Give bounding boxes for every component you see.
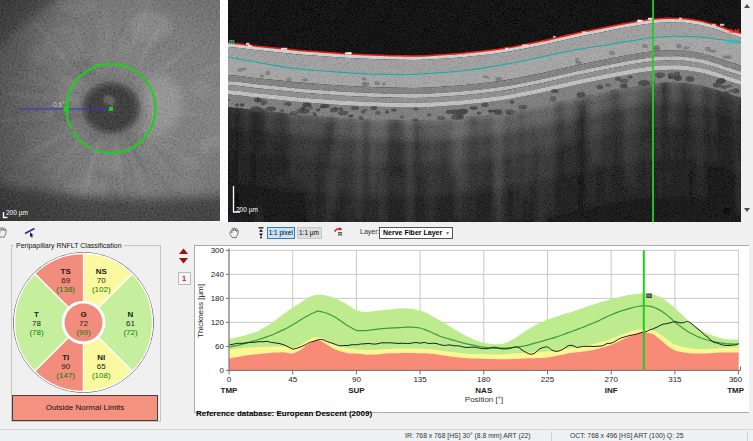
svg-text:60: 60: [215, 342, 224, 351]
svg-text:135: 135: [413, 375, 427, 384]
svg-text:315: 315: [668, 375, 682, 384]
svg-text:120: 120: [211, 318, 225, 327]
svg-text:NAS: NAS: [475, 386, 493, 395]
svg-text:Thickness [µm]: Thickness [µm]: [196, 284, 205, 338]
svg-text:TMP: TMP: [221, 386, 239, 395]
svg-text:240: 240: [211, 270, 225, 279]
svg-text:90: 90: [352, 375, 361, 384]
svg-text:180: 180: [477, 375, 491, 384]
svg-text:225: 225: [541, 375, 555, 384]
svg-text:360: 360: [729, 375, 743, 384]
svg-text:300: 300: [211, 246, 225, 255]
svg-text:SUP: SUP: [348, 386, 365, 395]
svg-text:0: 0: [220, 366, 225, 375]
svg-text:45: 45: [288, 375, 297, 384]
svg-text:270: 270: [605, 375, 619, 384]
svg-text:180: 180: [211, 294, 225, 303]
svg-text:TMP: TMP: [727, 386, 745, 395]
svg-text:0: 0: [227, 375, 232, 384]
svg-text:Position [°]: Position [°]: [465, 395, 503, 404]
svg-text:INF: INF: [605, 386, 618, 395]
